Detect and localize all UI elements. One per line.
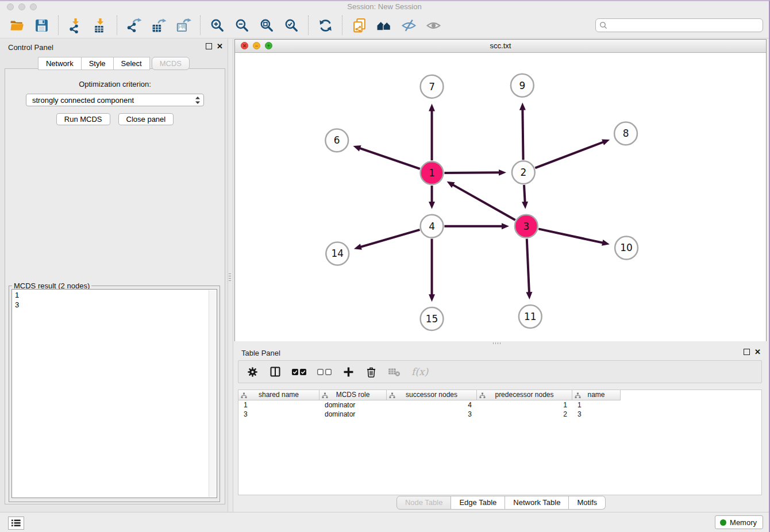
node-label-14: 14 <box>331 248 344 259</box>
memory-button[interactable]: Memory <box>715 515 763 529</box>
import-network-icon[interactable] <box>68 18 83 33</box>
close-window-button[interactable] <box>7 3 14 10</box>
table-row[interactable]: 1dominator411 <box>238 400 761 410</box>
toolbar-separator <box>342 16 343 35</box>
tab-edge-table[interactable]: Edge Table <box>451 496 505 510</box>
show-all-icon[interactable] <box>426 18 441 33</box>
frame-maximize-icon[interactable]: + <box>265 42 272 49</box>
zoom-selected-icon[interactable] <box>284 18 299 33</box>
zoom-out-icon[interactable] <box>234 18 250 33</box>
control-panel-tabs: NetworkStyleSelectMCDS <box>0 57 228 70</box>
table-header-row: shared nameMCDS rolesuccessor nodesprede… <box>238 390 761 400</box>
table-cell: 3 <box>387 410 477 419</box>
edge-3-11[interactable] <box>527 239 529 293</box>
column-header-name[interactable]: name <box>572 390 621 400</box>
close-panel-icon[interactable]: ✕ <box>217 43 223 49</box>
column-header-mcds-role[interactable]: MCDS role <box>319 390 387 400</box>
clone-network-icon[interactable] <box>352 18 367 33</box>
edge-3-1[interactable] <box>453 185 515 220</box>
toolbar-separator <box>308 16 309 35</box>
tab-mcds[interactable]: MCDS <box>152 57 190 70</box>
frame-minimize-icon[interactable]: − <box>253 42 260 49</box>
open-session-icon[interactable] <box>9 18 25 33</box>
column-header-shared-name[interactable]: shared name <box>238 390 319 400</box>
table-tabs: Node TableEdge TableNetwork TableMotifs <box>233 496 769 510</box>
export-table-icon[interactable] <box>151 18 167 33</box>
edge-1-6[interactable] <box>360 148 420 169</box>
table-cell: 3 <box>238 410 319 419</box>
frame-close-icon[interactable]: ✕ <box>241 42 248 49</box>
tab-network-table[interactable]: Network Table <box>505 496 569 510</box>
column-header-successor-nodes[interactable]: successor nodes <box>387 390 477 400</box>
result-scrollbar[interactable] <box>209 290 216 497</box>
splitter-grip[interactable] <box>229 273 231 282</box>
tab-motifs[interactable]: Motifs <box>569 496 606 510</box>
edge-2-8[interactable] <box>535 142 603 168</box>
add-column-icon[interactable] <box>342 366 355 378</box>
edge-arrow-3-11 <box>526 292 532 299</box>
search-box[interactable] <box>595 18 763 32</box>
task-history-button[interactable] <box>8 516 24 530</box>
network-view-frame: ✕ − + scc.txt 7968124314101511 <box>234 39 767 341</box>
edge-4-14[interactable] <box>360 230 419 247</box>
zoom-window-button[interactable] <box>30 3 37 10</box>
node-label-4: 4 <box>429 221 435 232</box>
table-settings-icon[interactable] <box>247 366 259 378</box>
select-all-icon[interactable] <box>292 369 306 375</box>
tab-network[interactable]: Network <box>38 57 82 70</box>
column-tree-icon <box>575 392 581 402</box>
search-icon <box>599 21 607 29</box>
edge-arrow-1-7 <box>429 104 435 111</box>
float-panel-icon[interactable] <box>206 43 212 49</box>
edge-2-3[interactable] <box>524 185 525 202</box>
close-panel-icon[interactable]: ✕ <box>754 349 761 355</box>
search-input[interactable] <box>607 21 763 30</box>
save-session-icon[interactable] <box>34 18 49 33</box>
edge-arrow-1-4 <box>429 202 435 209</box>
edge-1-2[interactable] <box>444 172 499 173</box>
dropdown-chevrons-icon <box>195 96 201 105</box>
tab-style[interactable]: Style <box>82 57 114 70</box>
hide-selected-icon[interactable] <box>401 18 417 33</box>
import-table-icon[interactable] <box>93 18 108 33</box>
run-mcds-button[interactable]: Run MCDS <box>56 113 110 125</box>
deselect-all-icon[interactable] <box>317 369 332 375</box>
split-panel-icon[interactable] <box>270 366 281 377</box>
column-header-predecessor-nodes[interactable]: predecessor nodes <box>477 390 572 400</box>
vertical-splitter[interactable] <box>228 39 233 512</box>
close-panel-button[interactable]: Close panel <box>118 113 174 125</box>
splitter-grip[interactable] <box>493 342 501 344</box>
node-label-10: 10 <box>620 242 633 254</box>
table-cell: 1 <box>572 400 621 410</box>
network-canvas[interactable]: 7968124314101511 <box>235 53 766 342</box>
export-network-icon[interactable] <box>126 18 142 33</box>
zoom-in-icon[interactable] <box>210 18 225 33</box>
table-body: 1dominator4113dominator323 <box>238 400 761 419</box>
edge-arrow-4-14 <box>354 244 362 250</box>
apply-layout-icon[interactable] <box>318 18 333 33</box>
minimize-window-button[interactable] <box>18 3 25 10</box>
first-neighbors-icon[interactable] <box>376 18 392 33</box>
zoom-fit-icon[interactable] <box>259 18 275 33</box>
criterion-dropdown[interactable]: strongly connected component <box>26 94 204 106</box>
tab-node-table[interactable]: Node Table <box>396 496 452 510</box>
edge-2-9[interactable] <box>522 110 523 160</box>
node-label-1: 1 <box>429 167 435 179</box>
mcds-result-list[interactable]: 13 <box>11 289 217 498</box>
network-frame-titlebar[interactable]: ✕ − + scc.txt <box>235 40 766 53</box>
edge-arrow-2-8 <box>602 139 610 145</box>
delete-column-icon[interactable] <box>365 366 377 378</box>
table-row[interactable]: 3dominator323 <box>238 410 761 419</box>
mcds-result-line: 3 <box>15 300 214 310</box>
table-panel: Table Panel ✕ <box>233 345 769 512</box>
title-bar: Session: New Session <box>0 1 769 13</box>
table-cell: 4 <box>387 400 477 410</box>
list-icon <box>11 519 21 527</box>
edge-3-10[interactable] <box>538 229 603 242</box>
tab-select[interactable]: Select <box>114 57 150 70</box>
node-table[interactable]: shared nameMCDS rolesuccessor nodesprede… <box>238 390 762 495</box>
export-image-icon[interactable] <box>176 18 191 33</box>
float-panel-icon[interactable] <box>744 349 750 355</box>
node-label-9: 9 <box>519 80 525 91</box>
status-bar: Memory <box>0 512 769 532</box>
